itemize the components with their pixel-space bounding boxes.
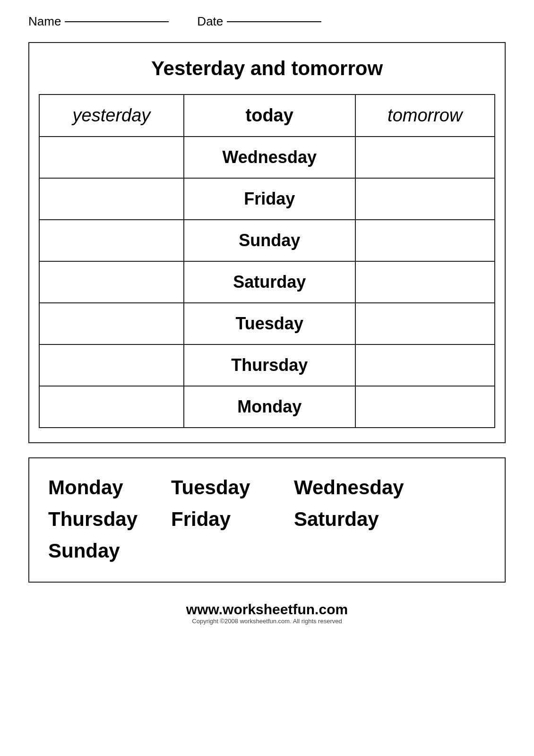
table-row: Friday — [39, 178, 495, 220]
cell-tomorrow-1 — [355, 137, 495, 178]
name-underline — [65, 21, 169, 22]
cell-yesterday-4 — [39, 261, 184, 303]
word-bank-row-2: Thursday Friday Saturday — [48, 504, 486, 534]
cell-tomorrow-5 — [355, 303, 495, 344]
cell-yesterday-1 — [39, 137, 184, 178]
cell-tomorrow-6 — [355, 344, 495, 386]
word-saturday: Saturday — [294, 504, 398, 534]
col-tomorrow: tomorrow — [355, 94, 495, 137]
word-friday: Friday — [171, 504, 275, 534]
main-worksheet-box: Yesterday and tomorrow yesterday today t… — [28, 42, 506, 443]
cell-today-3: Sunday — [184, 220, 355, 261]
word-sunday: Sunday — [48, 536, 152, 566]
cell-tomorrow-4 — [355, 261, 495, 303]
word-bank-content: Monday Tuesday Wednesday Thursday Friday… — [48, 472, 486, 566]
name-label: Name — [28, 14, 61, 29]
cell-yesterday-2 — [39, 178, 184, 220]
table-row: Sunday — [39, 220, 495, 261]
cell-yesterday-3 — [39, 220, 184, 261]
cell-today-5: Tuesday — [184, 303, 355, 344]
cell-today-7: Monday — [184, 386, 355, 428]
footer-url: www.worksheetfun.com — [186, 601, 348, 618]
table-row: Saturday — [39, 261, 495, 303]
cell-today-2: Friday — [184, 178, 355, 220]
cell-today-4: Saturday — [184, 261, 355, 303]
col-today: today — [184, 94, 355, 137]
col-yesterday: yesterday — [39, 94, 184, 137]
word-bank-box: Monday Tuesday Wednesday Thursday Friday… — [28, 457, 506, 583]
word-bank-row-3: Sunday — [48, 536, 486, 566]
header: Name Date — [28, 14, 506, 29]
word-thursday: Thursday — [48, 504, 152, 534]
cell-today-6: Thursday — [184, 344, 355, 386]
footer: www.worksheetfun.com Copyright ©2008 wor… — [186, 601, 348, 625]
footer-copyright: Copyright ©2008 worksheetfun.com. All ri… — [186, 618, 348, 625]
cell-tomorrow-2 — [355, 178, 495, 220]
table-header-row: yesterday today tomorrow — [39, 94, 495, 137]
word-bank-row-1: Monday Tuesday Wednesday — [48, 472, 486, 502]
date-underline — [227, 21, 321, 22]
table-row: Monday — [39, 386, 495, 428]
cell-yesterday-7 — [39, 386, 184, 428]
date-label: Date — [197, 14, 223, 29]
word-wednesday: Wednesday — [294, 472, 404, 502]
cell-yesterday-6 — [39, 344, 184, 386]
cell-yesterday-5 — [39, 303, 184, 344]
word-monday: Monday — [48, 472, 152, 502]
cell-today-1: Wednesday — [184, 137, 355, 178]
table-row: Tuesday — [39, 303, 495, 344]
word-tuesday: Tuesday — [171, 472, 275, 502]
days-table: yesterday today tomorrow Wednesday Frida… — [39, 94, 495, 428]
cell-tomorrow-7 — [355, 386, 495, 428]
table-row: Thursday — [39, 344, 495, 386]
table-row: Wednesday — [39, 137, 495, 178]
worksheet-title: Yesterday and tomorrow — [29, 43, 505, 94]
cell-tomorrow-3 — [355, 220, 495, 261]
